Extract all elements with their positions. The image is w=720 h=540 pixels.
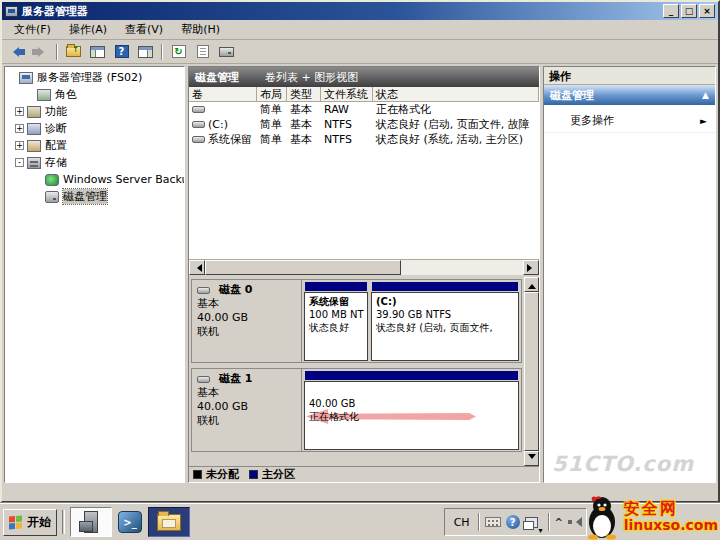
scrollbar-thumb[interactable] xyxy=(205,260,401,275)
toolbar-separator xyxy=(56,44,58,60)
diagnostics-icon xyxy=(27,123,41,135)
menu-file[interactable]: 文件(F) xyxy=(6,20,59,39)
column-volume[interactable]: 卷 xyxy=(189,87,257,101)
disk-0-label[interactable]: 磁盘 0 基本 40.00 GB 联机 xyxy=(192,280,302,362)
powershell-taskbar-button[interactable]: >_ xyxy=(118,507,142,537)
menu-help[interactable]: 帮助(H) xyxy=(173,20,228,39)
volume-row-raw[interactable]: 简单 基本 RAW 正在格式化 xyxy=(189,102,539,117)
scroll-up-icon[interactable] xyxy=(524,277,539,292)
scroll-left-icon[interactable] xyxy=(189,260,205,275)
column-status[interactable]: 状态 xyxy=(373,87,539,101)
tree-item-configuration[interactable]: + 配置 xyxy=(7,137,184,154)
tree-item-diagnostics[interactable]: + 诊断 xyxy=(7,120,184,137)
primary-partition-band xyxy=(372,282,518,291)
column-type[interactable]: 类型 xyxy=(287,87,321,101)
window-title: 服务器管理器 xyxy=(22,4,661,19)
expand-box[interactable]: + xyxy=(15,107,24,116)
server-manager-taskbar-button[interactable] xyxy=(70,507,112,537)
taskbar-divider xyxy=(62,510,65,534)
app-icon xyxy=(5,6,18,17)
server-manager-window: 服务器管理器 _ □ × 文件(F) 操作(A) 查看(V) 帮助(H) ↑ ?… xyxy=(0,0,720,503)
horizontal-scrollbar[interactable] xyxy=(189,259,539,275)
explorer-taskbar-button[interactable] xyxy=(148,507,190,537)
expand-box[interactable]: + xyxy=(15,124,24,133)
more-actions-item[interactable]: 更多操作 ► xyxy=(544,105,715,133)
collapse-box[interactable]: - xyxy=(15,158,24,167)
show-console-tree-icon[interactable] xyxy=(86,42,109,62)
help-icon[interactable]: ? xyxy=(110,42,133,62)
vertical-scrollbar[interactable] xyxy=(524,277,539,466)
column-filesystem[interactable]: 文件系统 xyxy=(321,87,373,101)
toolbar-separator xyxy=(161,44,163,60)
volume-row-c[interactable]: (C:) 简单 基本 NTFS 状态良好 (启动, 页面文件, 故障 xyxy=(189,117,539,132)
actions-body: 更多操作 ► xyxy=(544,105,715,482)
partition-system-reserved[interactable]: 系统保留 100 MB NT 状态良好 xyxy=(304,281,368,361)
titlebar[interactable]: 服务器管理器 _ □ × xyxy=(2,2,718,20)
start-button[interactable]: 开始 xyxy=(3,509,57,536)
partition-formatting[interactable]: 40.00 GB 正在格式化 xyxy=(304,370,519,450)
disk-0-partitions: 系统保留 100 MB NT 状态良好 (C:) 39.90 GB NTFS xyxy=(302,280,521,362)
scroll-right-icon[interactable] xyxy=(523,260,539,275)
partition-c[interactable]: (C:) 39.90 GB NTFS 状态良好 (启动, 页面文件, xyxy=(371,281,519,361)
panel-header: 磁盘管理 卷列表 + 图形视图 xyxy=(189,67,539,87)
backup-icon xyxy=(45,174,59,186)
minimize-button[interactable]: _ xyxy=(663,4,679,18)
scrollbar-thumb[interactable] xyxy=(524,292,539,451)
console-tree: 服务器管理器 (FS02) 角色 + 功能 + xyxy=(4,66,185,483)
expand-box[interactable]: + xyxy=(15,141,24,150)
volume-row-system-reserved[interactable]: 系统保留 简单 基本 NTFS 状态良好 (系统, 活动, 主分区) xyxy=(189,132,539,147)
close-button[interactable]: × xyxy=(699,4,715,18)
show-action-pane-icon[interactable] xyxy=(134,42,157,62)
unallocated-color-swatch xyxy=(193,470,202,479)
disk-1-row: 磁盘 1 基本 40.00 GB 联机 40.00 GB xyxy=(191,368,522,452)
storage-icon xyxy=(27,157,41,169)
tree-item-server-root[interactable]: 服务器管理器 (FS02) xyxy=(7,69,184,86)
collapse-icon[interactable]: ▲ xyxy=(702,90,709,100)
back-icon[interactable] xyxy=(5,42,28,62)
windows-logo-icon xyxy=(9,515,23,529)
watermark-site: linuxso.com xyxy=(624,518,718,533)
roles-icon xyxy=(37,89,51,101)
server-manager-icon xyxy=(84,511,98,533)
speaker-icon[interactable] xyxy=(568,517,580,527)
maximize-button[interactable]: □ xyxy=(681,4,697,18)
powershell-icon: >_ xyxy=(118,511,142,533)
disk-1-label[interactable]: 磁盘 1 基本 40.00 GB 联机 xyxy=(192,369,302,451)
toolbar: ↑ ? ↻ xyxy=(2,40,718,64)
watermark-badge: 安全网 linuxso.com xyxy=(582,494,718,540)
export-list-icon[interactable] xyxy=(191,42,214,62)
refresh-icon[interactable]: ↻ xyxy=(167,42,190,62)
folder-icon xyxy=(157,514,181,531)
forward-icon[interactable] xyxy=(29,42,52,62)
scroll-down-icon[interactable] xyxy=(524,451,539,466)
tree-item-features[interactable]: + 功能 xyxy=(7,103,184,120)
menubar: 文件(F) 操作(A) 查看(V) 帮助(H) xyxy=(2,20,718,40)
show-hidden-icons-chevron[interactable]: ^ xyxy=(555,517,563,528)
tray-dropdown-icon[interactable]: ▾ xyxy=(539,526,543,535)
menu-action[interactable]: 操作(A) xyxy=(61,20,115,39)
menu-view[interactable]: 查看(V) xyxy=(117,20,171,39)
tree-item-roles[interactable]: 角色 xyxy=(7,86,184,103)
tree-item-windows-server-backup[interactable]: Windows Server Backup xyxy=(7,171,184,188)
disk-icon xyxy=(197,287,210,294)
primary-partition-color-swatch xyxy=(249,470,258,479)
tree-item-storage[interactable]: - 存储 xyxy=(7,154,184,171)
actions-pane: 操作 磁盘管理 ▲ 更多操作 ► xyxy=(543,66,716,483)
features-icon xyxy=(27,106,41,118)
up-one-level-icon[interactable]: ↑ xyxy=(62,42,85,62)
partition-legend: 未分配 主分区 xyxy=(189,466,539,482)
watermark-title: 安全网 xyxy=(624,501,718,518)
volume-icon xyxy=(192,136,205,143)
column-layout[interactable]: 布局 xyxy=(257,87,287,101)
disk-tool-icon[interactable] xyxy=(215,42,238,62)
server-icon xyxy=(19,72,33,84)
submenu-arrow-icon: ► xyxy=(700,116,707,126)
language-indicator[interactable]: CH xyxy=(451,516,473,529)
volume-list-header: 卷 布局 类型 文件系统 状态 xyxy=(189,87,539,102)
tray-window-icon[interactable] xyxy=(525,517,538,528)
tree-item-disk-management[interactable]: 磁盘管理 xyxy=(7,188,184,205)
primary-partition-band xyxy=(305,282,367,291)
keyboard-icon[interactable] xyxy=(485,517,501,527)
tray-help-icon[interactable]: ? xyxy=(506,515,520,529)
actions-section-disk-management[interactable]: 磁盘管理 ▲ xyxy=(544,85,715,105)
